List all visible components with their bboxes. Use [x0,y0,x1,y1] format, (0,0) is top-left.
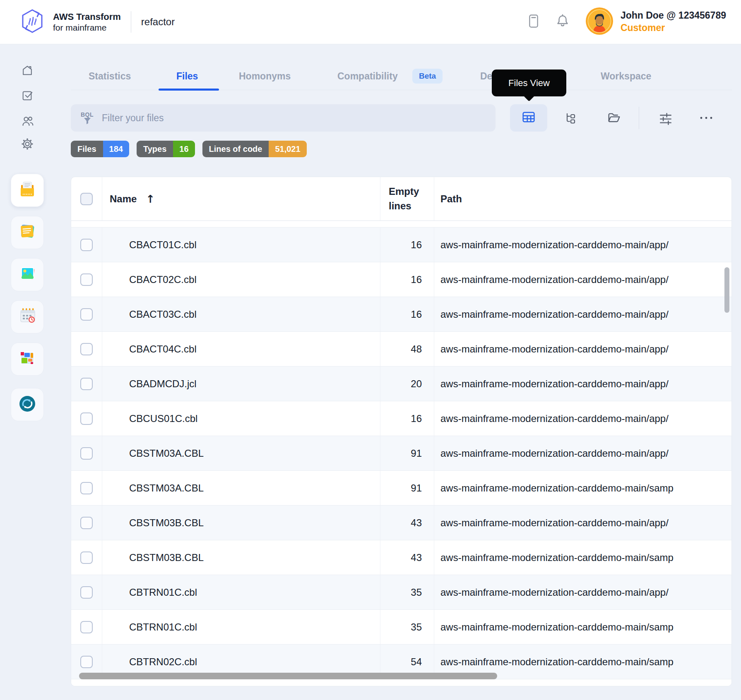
row-checkbox[interactable] [80,656,93,668]
tasks-icon[interactable] [21,89,34,101]
photos-app-button[interactable] [11,258,44,291]
app-brand: AWS Transform for mainframe [19,8,121,36]
user-name: John Doe @ 123456789 [621,10,726,22]
files-count-value: 184 [103,141,129,157]
row-checkbox[interactable] [80,517,93,529]
row-checkbox[interactable] [80,586,93,599]
journal-icon[interactable] [528,14,539,30]
file-path: aws-mainframe-modernization-carddemo-mai… [434,540,731,575]
table-row[interactable]: CBTRN01C.cbl 35 aws-mainframe-modernizat… [71,610,731,645]
table-view-icon [522,111,535,125]
file-name: CBTRN01C.cbl [102,610,380,644]
types-count-badge: Types 16 [137,141,195,157]
table-row[interactable]: CBSTM03B.CBL 43 aws-mainframe-modernizat… [71,540,731,575]
sliders-icon[interactable] [659,112,671,124]
file-path: aws-mainframe-modernization-carddemo-mai… [434,471,731,505]
lines-of-code-value: 51,021 [269,141,306,157]
home-icon[interactable] [21,64,34,77]
row-checkbox[interactable] [80,308,93,321]
file-name: CBACT03C.cbl [102,297,380,331]
tab-homonyms[interactable]: Homonyms [239,62,291,90]
file-name: CBACT02C.cbl [102,262,380,297]
file-name: CBADMCDJ.jcl [102,367,380,401]
files-count-label: Files [71,141,103,157]
table-row[interactable]: CBACT02C.cbl 16 aws-mainframe-modernizat… [71,262,731,297]
file-path: aws-mainframe-modernization-carddemo-mai… [434,436,731,470]
sync-app-button[interactable] [11,388,44,421]
empty-lines-value: 35 [380,575,434,609]
horizontal-scrollbar-thumb[interactable] [79,673,497,679]
table-row[interactable]: CBTRN01C.cbl 35 aws-mainframe-modernizat… [71,575,731,610]
table-row[interactable]: CBSTM03B.CBL 43 aws-mainframe-modernizat… [71,506,731,540]
avatar[interactable] [586,7,613,36]
table-row[interactable]: CBACT04C.cbl 48 aws-mainframe-modernizat… [71,332,731,367]
tab-workspace[interactable]: Workspace [601,62,651,90]
table-row[interactable]: CBCUS01C.cbl 16 aws-mainframe-modernizat… [71,401,731,436]
file-path: aws-mainframe-modernization-carddemo-mai… [434,506,731,540]
tab-compatibility[interactable]: Compatibility [337,62,398,90]
table-view-button[interactable] [510,104,547,132]
file-path: aws-mainframe-modernization-carddemo-mai… [434,228,731,262]
bell-icon[interactable] [556,14,569,30]
empty-lines-value: 91 [380,471,434,505]
notes-app-button[interactable] [11,216,44,249]
calendar-app-button[interactable] [11,300,44,333]
path-header-label: Path [440,193,462,205]
row-checkbox[interactable] [80,447,93,460]
row-checkbox[interactable] [80,621,93,633]
row-checkbox[interactable] [80,343,93,355]
board-app-button[interactable] [11,343,44,376]
empty-lines-value: 43 [380,506,434,540]
lines-of-code-label: Lines of code [202,141,269,157]
app-subtitle: for mainframe [53,22,121,33]
column-header-name[interactable]: Name ↑ [102,177,380,221]
tab-files[interactable]: Files [176,62,198,90]
sidebar [0,44,55,700]
users-icon[interactable] [21,115,34,127]
row-checkbox[interactable] [80,273,93,286]
select-all-checkbox[interactable] [80,193,93,205]
row-checkbox[interactable] [80,239,93,251]
empty-lines-value: 16 [380,228,434,262]
gear-icon[interactable] [21,138,34,150]
filter-input[interactable] [101,112,487,124]
vertical-scrollbar-thumb[interactable] [724,267,729,313]
table-row[interactable]: CBACT03C.cbl 16 aws-mainframe-modernizat… [71,297,731,332]
stats-row: Files 184 Types 16 Lines of code 51,021 [71,141,307,157]
file-manager-app-button[interactable] [11,174,44,207]
row-checkbox[interactable] [80,482,93,494]
ellipsis-icon[interactable] [699,115,712,127]
file-path: aws-mainframe-modernization-carddemo-mai… [434,332,731,366]
row-checkbox[interactable] [80,412,93,425]
files-count-badge: Files 184 [71,141,129,157]
table-row[interactable]: CBSTM03A.CBL 91 aws-mainframe-modernizat… [71,471,731,506]
folder-view-icon[interactable] [607,112,620,124]
scrolled-row-sliver [71,221,731,228]
empty-lines-value: 16 [380,401,434,436]
empty-lines-value: 35 [380,610,434,644]
file-path: aws-mainframe-modernization-carddemo-mai… [434,401,731,436]
column-header-path[interactable]: Path [434,177,731,221]
file-name: CBSTM03A.CBL [102,471,380,505]
file-name: CBSTM03B.CBL [102,540,380,575]
user-role: Customer [621,22,726,34]
table-row[interactable]: CBSTM03A.CBL 91 aws-mainframe-modernizat… [71,436,731,471]
column-header-empty-lines[interactable]: Empty lines [380,177,434,221]
app-title: AWS Transform [53,11,121,23]
table-row[interactable]: CBADMCDJ.jcl 20 aws-mainframe-modernizat… [71,367,731,401]
beta-badge: Beta [412,69,443,84]
types-count-value: 16 [173,141,195,157]
partial-row [71,679,731,686]
file-name: CBCUS01C.cbl [102,401,380,436]
empty-lines-value: 48 [380,332,434,366]
table-header-row: Name ↑ Empty lines Path [71,177,731,221]
tree-view-icon[interactable] [564,112,577,124]
sort-asc-icon[interactable]: ↑ [146,193,155,205]
title-divider [131,11,131,33]
file-name: CBACT01C.cbl [102,228,380,262]
tab-statistics[interactable]: Statistics [89,62,131,90]
row-checkbox[interactable] [80,551,93,564]
table-row[interactable]: CBACT01C.cbl 16 aws-mainframe-modernizat… [71,228,731,262]
empty-lines-value: 91 [380,436,434,470]
row-checkbox[interactable] [80,378,93,390]
